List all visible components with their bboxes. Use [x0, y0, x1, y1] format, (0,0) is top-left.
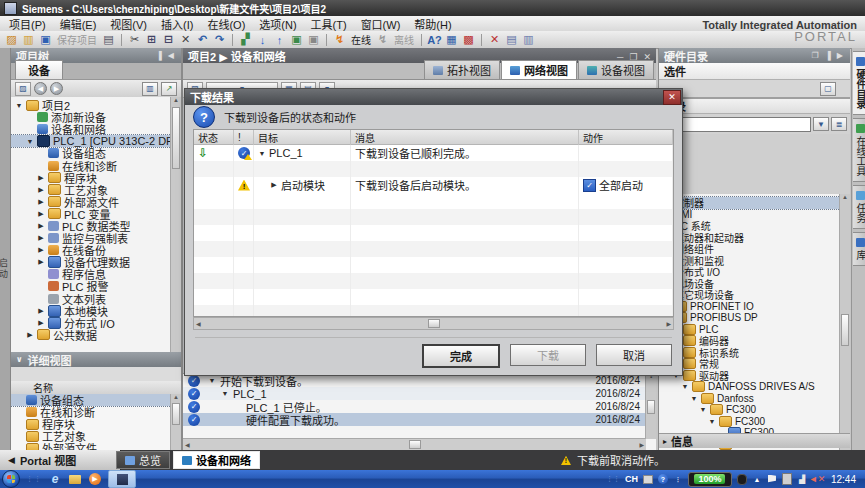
tree-item[interactable]: ▶标识系统: [659, 347, 850, 359]
expand-arrow-icon[interactable]: ▶: [37, 258, 45, 266]
tab-network-view[interactable]: 网络视图: [501, 60, 577, 79]
tia-taskbar-button[interactable]: [108, 470, 136, 488]
log-hscrollbar[interactable]: ◀▶: [183, 438, 646, 450]
dialog-hscrollbar[interactable]: ◀▶: [193, 317, 674, 330]
collapse-arrow-icon[interactable]: ▼: [15, 102, 23, 109]
start-cpu-icon[interactable]: ▣: [289, 33, 304, 47]
close-window-icon[interactable]: ✕: [487, 33, 502, 47]
start-simulation-icon[interactable]: ▦: [444, 33, 459, 47]
collapse-arrow-icon[interactable]: ▼: [258, 150, 266, 157]
expand-arrow-icon[interactable]: ▶: [37, 319, 45, 327]
menu-item[interactable]: 在线(O): [200, 16, 252, 32]
project-tree-scrollbar[interactable]: ▲: [170, 97, 181, 352]
log-row[interactable]: ✓硬件配置下载成功。2016/8/24: [183, 413, 656, 426]
collapse-arrow-icon[interactable]: ▼: [681, 383, 689, 390]
download-button[interactable]: 下载: [510, 344, 586, 366]
explorer-folder-icon[interactable]: [68, 472, 82, 486]
open-project-icon[interactable]: ▥: [21, 33, 36, 47]
collapse-arrow-icon[interactable]: ▼: [208, 377, 216, 384]
keyboard-icon[interactable]: [643, 474, 653, 484]
go-offline-icon[interactable]: ↯: [375, 33, 390, 47]
expand-arrow-icon[interactable]: ▶: [270, 181, 278, 189]
details-scrollbar[interactable]: ▲: [170, 394, 181, 450]
internet-explorer-icon[interactable]: e: [48, 472, 62, 486]
expand-arrow-icon[interactable]: ▶: [37, 222, 45, 230]
expand-arrow-icon[interactable]: ▶: [26, 331, 34, 339]
tray-app-icon[interactable]: ⁝: [673, 474, 683, 484]
finish-button[interactable]: 完成: [422, 344, 500, 368]
collapse-arrow-icon[interactable]: ▼: [708, 418, 716, 425]
expand-arrow-icon[interactable]: ▶: [37, 186, 45, 194]
menu-item[interactable]: 工具(T): [304, 16, 354, 32]
panel-collapse-icons[interactable]: ▐ ◀: [156, 51, 176, 60]
cross-reference-icon[interactable]: ▩: [461, 33, 476, 47]
editor-button-devices-networks[interactable]: 设备和网络: [173, 451, 260, 469]
cut-icon[interactable]: ✂: [127, 33, 142, 47]
network-signal-icon[interactable]: ▟: [797, 474, 807, 484]
expand-arrow-icon[interactable]: ▶: [37, 234, 45, 242]
expand-arrow-icon[interactable]: ▶: [37, 198, 45, 206]
menu-item[interactable]: 帮助(H): [407, 16, 458, 32]
redo-icon[interactable]: ↷: [212, 33, 227, 47]
start-button[interactable]: [2, 470, 20, 488]
menu-item[interactable]: 插入(I): [154, 16, 200, 32]
editor-button-overview[interactable]: 总览: [116, 451, 170, 469]
download-to-device-icon[interactable]: ↓: [255, 33, 270, 47]
collapse-arrow-icon[interactable]: ▼: [26, 138, 34, 145]
options-toggle-icon[interactable]: ▢: [820, 82, 836, 96]
collapse-arrow-icon[interactable]: ▼: [699, 406, 707, 413]
tree-item[interactable]: ▼DANFOSS DRIVES A/S: [659, 381, 850, 393]
toolbar-label[interactable]: 在线: [349, 32, 373, 47]
accessible-devices-icon[interactable]: A?: [427, 33, 442, 47]
menu-item[interactable]: 编辑(E): [53, 16, 104, 32]
expand-arrow-icon[interactable]: ▶: [37, 174, 45, 182]
tree-item[interactable]: 程序块: [11, 418, 181, 430]
volume-muted-icon[interactable]: ◄✕: [812, 474, 822, 484]
action-center-flag-icon[interactable]: [767, 474, 777, 484]
left-rail[interactable]: 启动: [0, 48, 11, 450]
dialog-row-start-modules[interactable]: ! ▶启动模块 下载到设备后启动模块。 ✓全部启动: [194, 177, 673, 193]
input-language-indicator[interactable]: CH: [625, 474, 638, 484]
new-item-icon[interactable]: ▨: [15, 82, 31, 96]
go-online-icon[interactable]: ↯: [332, 33, 347, 47]
split-editor-vertical-icon[interactable]: ▥: [521, 33, 536, 47]
clock[interactable]: 12:44: [827, 474, 860, 485]
tree-item[interactable]: ▼驱动器: [659, 370, 850, 382]
stop-cpu-icon[interactable]: ▣: [306, 33, 321, 47]
search-filter-button-1[interactable]: ▼: [813, 117, 829, 131]
menu-item[interactable]: 视图(V): [103, 16, 154, 32]
tree-item[interactable]: 其它现场设备: [659, 289, 850, 301]
tree-item[interactable]: ▼FC300: [659, 404, 850, 416]
catalog-scrollbar[interactable]: ▲: [839, 194, 850, 471]
power-plug-icon[interactable]: [737, 474, 747, 484]
menu-item[interactable]: 选项(N): [252, 16, 303, 32]
start-all-checkbox[interactable]: ✓: [583, 179, 596, 192]
copy-icon[interactable]: ⊞: [144, 33, 159, 47]
toolbar-label[interactable]: 保存项目: [55, 32, 99, 47]
catalog-header-icons[interactable]: ❐ ▐ ▶: [812, 51, 845, 60]
dialog-row-plc[interactable]: ⇩ ✓ ▼PLC_1 下载到设备已顺利完成。: [194, 145, 673, 161]
rail-tab-item[interactable]: 任务: [853, 185, 865, 229]
sync-online-icon[interactable]: ↗: [161, 82, 177, 96]
print-icon[interactable]: ▤: [101, 33, 116, 47]
upload-from-device-icon[interactable]: ↑: [272, 33, 287, 47]
dialog-title-bar[interactable]: 下载结果 ✕: [185, 89, 682, 105]
tree-item[interactable]: ▶公共数据: [11, 329, 181, 341]
tree-item[interactable]: PROFIBUS DP: [659, 312, 850, 324]
collapse-arrow-icon[interactable]: ▼: [690, 395, 698, 402]
tab-topology-view[interactable]: 拓扑视图: [424, 60, 500, 79]
menu-item[interactable]: 窗口(W): [354, 16, 408, 32]
clipboard-icon[interactable]: [782, 474, 792, 484]
dialog-close-icon[interactable]: ✕: [663, 90, 681, 105]
breadcrumb[interactable]: 项目2 ▶ 设备和网络: [188, 48, 286, 64]
show-hidden-icons[interactable]: ▲: [752, 474, 762, 484]
rail-tab-item[interactable]: 库: [853, 232, 865, 266]
tree-item[interactable]: 在线和诊断: [11, 406, 181, 418]
save-project-icon[interactable]: ▣: [38, 33, 53, 47]
portal-view-switch[interactable]: ◀ Portal 视图: [0, 450, 121, 470]
media-player-icon[interactable]: ▶: [88, 472, 102, 486]
info-pane-header[interactable]: ▸ 信息: [659, 433, 850, 448]
tab-devices[interactable]: 设备: [15, 60, 63, 79]
undo-icon[interactable]: ↶: [195, 33, 210, 47]
compile-icon[interactable]: ▞: [238, 33, 253, 47]
